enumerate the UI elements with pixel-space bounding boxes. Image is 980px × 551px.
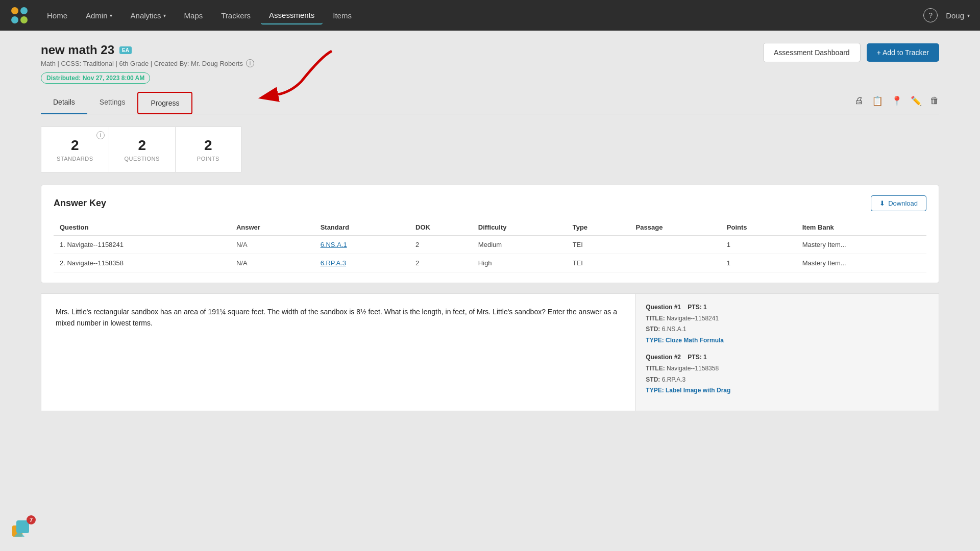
- table-row: 1. Navigate--1158241 N/A 6.NS.A.1 2 Medi…: [54, 236, 926, 254]
- bottom-section: Mrs. Little's rectangular sandbox has an…: [41, 293, 939, 411]
- cell-difficulty: Medium: [472, 236, 567, 254]
- app-logo[interactable]: [10, 6, 29, 24]
- cell-answer: N/A: [230, 236, 314, 254]
- page-header: new math 23 EA Math | CCSS: Traditional …: [41, 43, 939, 84]
- ea-badge: EA: [119, 46, 132, 54]
- nav-home[interactable]: Home: [39, 7, 76, 24]
- copy-icon[interactable]: 📋: [872, 95, 883, 107]
- cell-item-bank: Mastery Item...: [796, 254, 926, 272]
- stats-row: i 2 STANDARDS 2 QUESTIONS 2 POINTS: [41, 127, 939, 172]
- user-menu[interactable]: Doug ▾: [946, 11, 970, 20]
- tabs-row: Details Settings Progress 🖨 📋 📍 ✏️ 🗑: [41, 92, 939, 114]
- print-icon[interactable]: 🖨: [854, 95, 864, 106]
- tab-progress[interactable]: Progress: [137, 92, 192, 114]
- col-points: Points: [721, 219, 796, 236]
- cell-type: TEI: [567, 254, 630, 272]
- cell-difficulty: High: [472, 254, 567, 272]
- tabs: Details Settings Progress: [41, 92, 192, 114]
- standards-stat: i 2 STANDARDS: [41, 127, 109, 172]
- tab-icons: 🖨 📋 📍 ✏️ 🗑: [854, 95, 939, 111]
- cell-dok: 2: [409, 254, 472, 272]
- pin-icon[interactable]: 📍: [891, 95, 902, 107]
- col-standard: Standard: [314, 219, 409, 236]
- delete-icon[interactable]: 🗑: [930, 95, 939, 106]
- nav-analytics[interactable]: Analytics ▾: [122, 7, 174, 24]
- svg-point-1: [20, 7, 28, 14]
- col-item-bank: Item Bank: [796, 219, 926, 236]
- col-type: Type: [567, 219, 630, 236]
- answer-key-section: Answer Key ⬇ Download Question Answer St…: [41, 185, 939, 283]
- cell-question: 1. Navigate--1158241: [54, 236, 230, 254]
- cell-passage: [630, 254, 721, 272]
- col-difficulty: Difficulty: [472, 219, 567, 236]
- col-dok: DOK: [409, 219, 472, 236]
- col-passage: Passage: [630, 219, 721, 236]
- svg-point-3: [20, 16, 28, 23]
- answer-table: Question Answer Standard DOK Difficulty …: [54, 219, 926, 272]
- table-row: 2. Navigate--1158358 N/A 6.RP.A.3 2 High…: [54, 254, 926, 272]
- cell-points: 1: [721, 254, 796, 272]
- cell-standard[interactable]: 6.RP.A.3: [314, 254, 409, 272]
- q2-block: Question #2 PTS: 1 TITLE: Navigate--1158…: [646, 352, 928, 396]
- questions-stat: 2 QUESTIONS: [109, 127, 175, 172]
- standards-info-icon[interactable]: i: [96, 131, 105, 139]
- nav-items: Home Admin ▾ Analytics ▾ Maps Trackers A…: [39, 7, 923, 24]
- main-content: new math 23 EA Math | CCSS: Traditional …: [0, 31, 980, 423]
- cell-question: 2. Navigate--1158358: [54, 254, 230, 272]
- nav-maps[interactable]: Maps: [176, 7, 211, 24]
- page-meta: Math | CCSS: Traditional | 6th Grade | C…: [41, 59, 254, 67]
- svg-point-2: [11, 16, 18, 23]
- nav-items[interactable]: Items: [325, 7, 360, 24]
- header-actions: Assessment Dashboard + Add to Tracker: [763, 43, 939, 62]
- col-question: Question: [54, 219, 230, 236]
- cell-points: 1: [721, 236, 796, 254]
- cell-answer: N/A: [230, 254, 314, 272]
- edit-icon[interactable]: ✏️: [911, 95, 922, 107]
- cell-dok: 2: [409, 236, 472, 254]
- nav-right: ? Doug ▾: [923, 8, 970, 22]
- answer-key-header: Answer Key ⬇ Download: [54, 195, 926, 211]
- nav-admin[interactable]: Admin ▾: [78, 7, 120, 24]
- distributed-badge: Distributed: Nov 27, 2023 8:00 AM: [41, 72, 150, 84]
- cell-item-bank: Mastery Item...: [796, 236, 926, 254]
- download-icon: ⬇: [879, 199, 885, 207]
- cell-passage: [630, 236, 721, 254]
- points-stat: 2 POINTS: [175, 127, 241, 172]
- question-info-panel: Question #1 PTS: 1 TITLE: Navigate--1158…: [635, 293, 939, 411]
- chevron-down-icon: ▾: [110, 13, 112, 18]
- question-preview: Mrs. Little's rectangular sandbox has an…: [41, 293, 635, 411]
- assessment-dashboard-button[interactable]: Assessment Dashboard: [763, 43, 861, 62]
- nav-assessments[interactable]: Assessments: [261, 7, 323, 24]
- download-button[interactable]: ⬇ Download: [871, 195, 926, 211]
- q1-block: Question #1 PTS: 1 TITLE: Navigate--1158…: [646, 302, 928, 346]
- cell-type: TEI: [567, 236, 630, 254]
- help-icon[interactable]: ?: [923, 8, 938, 22]
- page-header-left: new math 23 EA Math | CCSS: Traditional …: [41, 43, 254, 84]
- answer-key-title: Answer Key: [54, 198, 106, 209]
- tab-details[interactable]: Details: [41, 92, 87, 114]
- nav-trackers[interactable]: Trackers: [213, 7, 259, 24]
- chevron-down-icon: ▾: [967, 13, 970, 18]
- chevron-down-icon: ▾: [163, 13, 166, 18]
- svg-point-0: [11, 7, 18, 14]
- tab-settings[interactable]: Settings: [87, 92, 138, 114]
- navbar: Home Admin ▾ Analytics ▾ Maps Trackers A…: [0, 0, 980, 31]
- meta-info-icon[interactable]: i: [246, 59, 254, 67]
- page-title: new math 23 EA: [41, 43, 254, 57]
- cell-standard[interactable]: 6.NS.A.1: [314, 236, 409, 254]
- col-answer: Answer: [230, 219, 314, 236]
- add-to-tracker-button[interactable]: + Add to Tracker: [867, 43, 939, 62]
